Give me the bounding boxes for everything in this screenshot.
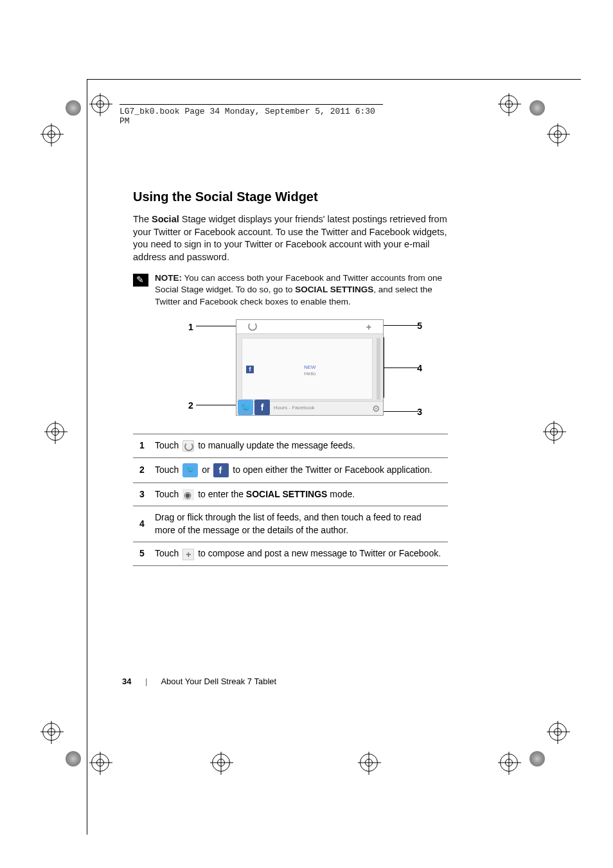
widget-bottom-label: Hours - Facebook: [274, 405, 315, 411]
callout-line: [384, 368, 418, 368]
table-row: 4 Drag or flick through the list of feed…: [133, 506, 448, 542]
step-number: 3: [133, 483, 151, 506]
text-span: mode.: [327, 489, 355, 499]
step-number: 4: [133, 506, 151, 542]
table-row: 2 Touch or to open either the Twitter or…: [133, 457, 448, 483]
footer-section: About Your Dell Streak 7 Tablet: [161, 677, 276, 686]
main-content: Using the Social Stage Widget The Social…: [133, 190, 448, 566]
color-swatch-icon: [66, 751, 81, 766]
text-span: to enter the: [195, 489, 246, 499]
callout-line: [380, 411, 418, 412]
widget-scroll: [377, 338, 380, 400]
gear-icon: [182, 489, 194, 500]
page-number: 34: [122, 677, 131, 686]
section-heading: Using the Social Stage Widget: [133, 190, 448, 204]
steps-table: 1 Touch to manually update the message f…: [133, 434, 448, 566]
widget-screenshot: + f NEW Hello 🐦 f Hours - Facebook ⚙: [236, 319, 384, 416]
registration-mark-icon: [549, 723, 567, 741]
bold-word: Social: [152, 214, 179, 224]
registration-mark-icon: [500, 95, 518, 113]
table-row: 5 Touch to compose and post a new messag…: [133, 542, 448, 566]
registration-mark-icon: [212, 754, 230, 772]
twitter-icon: 🐦: [238, 400, 253, 415]
note-label: NOTE:: [155, 273, 182, 283]
callout-4: 4: [417, 363, 422, 373]
step-text: Touch to enter the SOCIAL SETTINGS mode.: [151, 483, 448, 506]
text-span: The: [133, 214, 152, 224]
widget-diagram: 1 2 3 4 5 + f NEW Hello: [152, 319, 429, 422]
gear-icon: ⚙: [372, 403, 380, 414]
callout-line: [384, 337, 384, 398]
facebook-icon: f: [254, 400, 270, 415]
facebook-icon: f: [246, 366, 254, 373]
refresh-icon: [248, 322, 257, 331]
crop-frame-line: [87, 79, 87, 835]
plus-icon: +: [366, 322, 371, 332]
widget-feed-area: f NEW Hello: [242, 338, 373, 400]
registration-mark-icon: [42, 125, 60, 143]
callout-1: 1: [188, 322, 193, 332]
registration-mark-icon: [46, 423, 64, 441]
page-footer: 34 | About Your Dell Streak 7 Tablet: [122, 677, 276, 686]
callout-2: 2: [188, 400, 193, 411]
color-swatch-icon: [529, 100, 545, 116]
registration-mark-icon: [549, 125, 567, 143]
step-number: 5: [133, 542, 151, 566]
footer-divider: |: [145, 677, 147, 686]
table-row: 3 Touch to enter the SOCIAL SETTINGS mod…: [133, 483, 448, 506]
registration-mark-icon: [91, 95, 109, 113]
crop-frame-line: [87, 79, 581, 80]
registration-mark-icon: [500, 754, 518, 772]
registration-mark-icon: [360, 754, 378, 772]
bold-word: SOCIAL SETTINGS: [295, 285, 373, 294]
callout-3: 3: [417, 407, 422, 417]
text-span: Stage widget displays your friends' late…: [133, 214, 447, 262]
text-span: Touch: [155, 489, 181, 499]
text-span: to compose and post a new message to Twi…: [195, 548, 441, 558]
widget-bottom-bar: 🐦 f Hours - Facebook ⚙: [236, 401, 383, 415]
feed-hello-label: Hello: [304, 371, 315, 376]
registration-mark-icon: [42, 723, 60, 741]
book-metadata: LG7_bk0.book Page 34 Monday, September 5…: [120, 104, 383, 126]
registration-mark-icon: [91, 754, 109, 772]
text-span: Touch: [155, 464, 181, 474]
text-span: to manually update the message feeds.: [195, 440, 355, 450]
note-text: NOTE: You can access both your Facebook …: [155, 272, 448, 308]
text-span: or: [199, 464, 212, 474]
step-text: Touch to compose and post a new message …: [151, 542, 448, 566]
registration-mark-icon: [545, 423, 563, 441]
intro-paragraph: The Social Stage widget displays your fr…: [133, 213, 448, 263]
twitter-icon: [182, 463, 198, 477]
text-span: Touch: [155, 548, 181, 558]
bold-word: SOCIAL SETTINGS: [246, 489, 328, 499]
callout-line: [196, 405, 236, 405]
facebook-icon: [213, 463, 229, 477]
feed-message: NEW Hello: [304, 364, 316, 376]
text-span: to open either the Twitter or Facebook a…: [230, 464, 432, 474]
text-span: Touch: [155, 440, 181, 450]
callout-5: 5: [417, 321, 422, 331]
step-number: 2: [133, 457, 151, 483]
step-number: 1: [133, 434, 151, 457]
document-page: LG7_bk0.book Page 34 Monday, September 5…: [0, 0, 613, 868]
step-text: Drag or flick through the list of feeds,…: [151, 506, 448, 542]
color-swatch-icon: [529, 751, 545, 766]
color-swatch-icon: [66, 100, 81, 116]
step-text: Touch or to open either the Twitter or F…: [151, 457, 448, 483]
plus-icon: [182, 549, 194, 560]
feed-new-label: NEW: [304, 364, 316, 370]
widget-top-bar: +: [236, 320, 383, 334]
refresh-icon: [182, 440, 194, 452]
step-text: Touch to manually update the message fee…: [151, 434, 448, 457]
table-row: 1 Touch to manually update the message f…: [133, 434, 448, 457]
note-icon: [133, 274, 148, 287]
note-block: NOTE: You can access both your Facebook …: [133, 272, 448, 308]
